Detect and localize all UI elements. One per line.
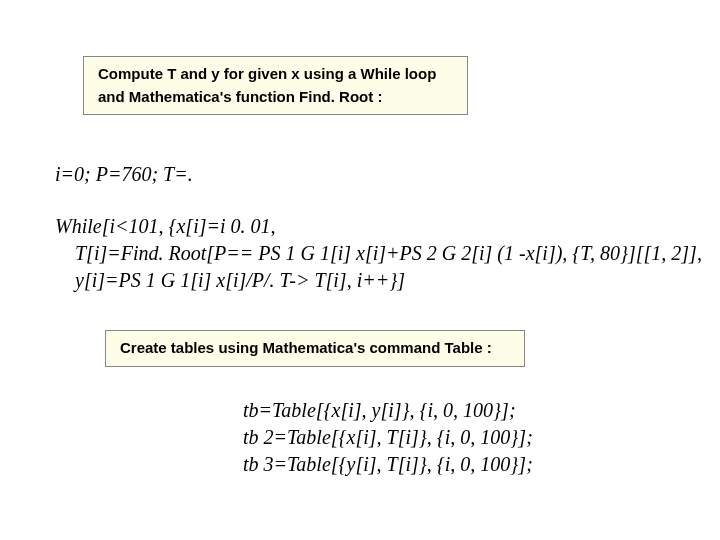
instruction-box-2: Create tables using Mathematica's comman…	[105, 330, 525, 367]
instruction-box-1: Compute T and y for given x using a Whil…	[83, 56, 468, 115]
instruction-line-3: Create tables using Mathematica's comman…	[120, 337, 510, 360]
code-tables: tb=Table[{x[i], y[i]}, {i, 0, 100}]; tb …	[243, 397, 533, 478]
instruction-line-1: Compute T and y for given x using a Whil…	[98, 63, 453, 86]
code-while: While[i<101, {x[i]=i 0. 01, T[i]=Find. R…	[55, 213, 702, 294]
instruction-line-2: and Mathematica's function Find. Root :	[98, 86, 453, 109]
code-init: i=0; P=760; T=.	[55, 163, 193, 186]
